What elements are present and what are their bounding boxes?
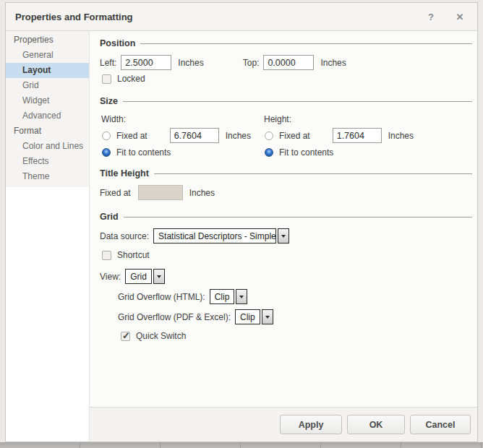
sidebar-section-format: Format bbox=[6, 124, 89, 139]
left-unit-label: Inches bbox=[178, 58, 203, 68]
size-section-header: Size bbox=[100, 96, 472, 106]
grid-overflow-pdf-excel-dropdown[interactable]: Clip bbox=[235, 309, 273, 324]
title-height-section-header: Title Height bbox=[100, 168, 472, 178]
dropdown-arrow-button[interactable] bbox=[278, 228, 289, 244]
view-label: View: bbox=[100, 272, 121, 282]
dropdown-arrow-icon bbox=[281, 235, 286, 238]
grid-section-title: Grid bbox=[100, 212, 119, 222]
section-divider-line bbox=[124, 217, 472, 217]
grid-overflow-pdf-excel-value: Clip bbox=[235, 309, 260, 324]
width-fixed-input[interactable] bbox=[170, 128, 219, 143]
quick-switch-checkbox[interactable] bbox=[121, 332, 130, 341]
dropdown-arrow-button[interactable] bbox=[153, 269, 165, 284]
section-divider-line bbox=[154, 173, 472, 174]
dropdown-arrow-icon bbox=[239, 296, 244, 298]
size-section-title: Size bbox=[100, 96, 118, 106]
position-section-header: Position bbox=[100, 38, 472, 48]
dropdown-arrow-button[interactable] bbox=[262, 309, 273, 324]
width-fit-to-contents-label: Fit to contents bbox=[116, 147, 171, 158]
sidebar: Properties General Layout Grid Widget Ad… bbox=[6, 31, 90, 441]
sidebar-nav: Properties General Layout Grid Widget Ad… bbox=[6, 31, 89, 187]
title-height-fixed-label: Fixed at bbox=[100, 188, 131, 198]
top-input[interactable] bbox=[263, 55, 314, 70]
cancel-button[interactable]: Cancel bbox=[410, 415, 471, 434]
dialog-footer: Apply OK Cancel bbox=[90, 407, 477, 441]
section-divider-line bbox=[123, 101, 472, 102]
width-fit-to-contents-radio[interactable] bbox=[102, 148, 111, 157]
sidebar-item-general[interactable]: General bbox=[6, 48, 89, 63]
view-value: Grid bbox=[125, 269, 152, 284]
sidebar-item-theme[interactable]: Theme bbox=[6, 169, 89, 184]
height-unit-label: Inches bbox=[388, 131, 414, 141]
locked-checkbox[interactable] bbox=[102, 74, 111, 84]
section-divider-line bbox=[140, 43, 472, 44]
close-icon[interactable]: ✕ bbox=[454, 12, 466, 22]
sidebar-item-effects[interactable]: Effects bbox=[6, 154, 89, 169]
grid-overflow-html-label: Grid Overflow (HTML): bbox=[118, 292, 205, 302]
sidebar-section-properties: Properties bbox=[6, 33, 89, 48]
sidebar-item-advanced[interactable]: Advanced bbox=[6, 108, 89, 124]
ok-button[interactable]: OK bbox=[347, 415, 405, 434]
data-source-value: Statistical Descriptors - Simple bbox=[153, 228, 276, 244]
shortcut-checkbox[interactable] bbox=[102, 251, 111, 260]
height-fixed-label: Fixed at bbox=[279, 131, 310, 141]
shortcut-label: Shortcut bbox=[117, 250, 150, 260]
data-source-label: Data source: bbox=[100, 231, 149, 241]
top-label: Top: bbox=[243, 58, 260, 68]
position-section-title: Position bbox=[100, 38, 135, 48]
locked-label: Locked bbox=[117, 74, 145, 84]
layout-panel: Position Left: Inches Top: Inches Locked bbox=[90, 31, 477, 407]
left-label: Left: bbox=[100, 58, 116, 68]
help-icon[interactable]: ? bbox=[425, 12, 437, 22]
grid-section-header: Grid bbox=[100, 212, 472, 222]
title-height-input bbox=[138, 185, 183, 200]
width-fixed-radio[interactable] bbox=[102, 132, 111, 140]
grid-overflow-pdf-excel-label: Grid Overflow (PDF & Excel): bbox=[118, 312, 231, 322]
titlebar-actions: ? ✕ bbox=[425, 12, 477, 22]
top-unit-label: Inches bbox=[320, 58, 346, 68]
properties-and-formatting-dialog: Properties and Formatting ? ✕ Properties… bbox=[5, 2, 478, 442]
dialog-title: Properties and Formatting bbox=[6, 12, 133, 22]
grid-overflow-html-dropdown[interactable]: Clip bbox=[210, 289, 248, 304]
view-dropdown[interactable]: Grid bbox=[125, 269, 165, 284]
width-fixed-label: Fixed at bbox=[116, 131, 148, 141]
sidebar-item-widget[interactable]: Widget bbox=[6, 93, 89, 108]
width-label: Width: bbox=[101, 114, 262, 124]
height-fit-to-contents-radio[interactable] bbox=[265, 148, 273, 157]
apply-button[interactable]: Apply bbox=[280, 415, 342, 434]
height-fixed-input[interactable] bbox=[333, 128, 382, 143]
title-height-section-title: Title Height bbox=[100, 168, 149, 178]
dropdown-arrow-icon bbox=[157, 275, 161, 278]
sidebar-item-grid[interactable]: Grid bbox=[6, 78, 89, 93]
sidebar-item-layout[interactable]: Layout bbox=[6, 63, 89, 78]
left-input[interactable] bbox=[121, 55, 171, 70]
height-fit-to-contents-label: Fit to contents bbox=[279, 147, 333, 158]
grid-overflow-html-value: Clip bbox=[210, 289, 235, 304]
dropdown-arrow-button[interactable] bbox=[236, 289, 247, 304]
dialog-titlebar: Properties and Formatting ? ✕ bbox=[6, 3, 477, 31]
height-fixed-radio[interactable] bbox=[265, 132, 273, 140]
background-app-bar bbox=[0, 442, 483, 448]
title-height-unit-label: Inches bbox=[189, 188, 215, 198]
height-label: Height: bbox=[264, 114, 414, 124]
width-unit-label: Inches bbox=[226, 131, 251, 141]
sidebar-item-color-and-lines[interactable]: Color and Lines bbox=[6, 139, 89, 154]
dropdown-arrow-icon bbox=[265, 316, 270, 319]
quick-switch-label: Quick Switch bbox=[136, 331, 186, 341]
data-source-dropdown[interactable]: Statistical Descriptors - Simple bbox=[153, 228, 289, 244]
